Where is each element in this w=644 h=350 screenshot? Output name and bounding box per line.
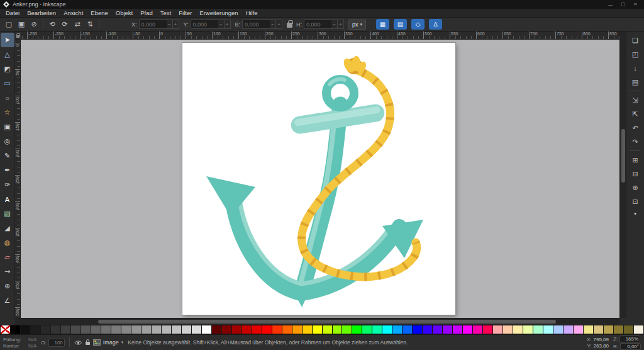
pen-tool[interactable]: ✒ — [1, 163, 14, 178]
palette-swatch[interactable] — [292, 325, 302, 334]
select-all-layers-button[interactable]: ▣ — [16, 19, 27, 30]
palette-swatch[interactable] — [382, 325, 392, 334]
palette-swatch[interactable] — [212, 325, 221, 334]
width-field-increment[interactable]: + — [276, 20, 282, 29]
palette-swatch[interactable] — [443, 325, 452, 334]
palette-swatch[interactable] — [252, 325, 262, 334]
palette-swatch[interactable] — [31, 325, 40, 334]
x-field-input[interactable]: 0,000 — [139, 20, 167, 29]
palette-swatch[interactable] — [41, 325, 50, 334]
palette-swatch[interactable] — [71, 325, 80, 334]
dropper-tool[interactable]: ◢ — [1, 221, 14, 235]
measure-tool[interactable]: ∠ — [1, 293, 14, 308]
palette-swatch[interactable] — [352, 325, 362, 334]
layer-visibility-icon[interactable] — [74, 337, 82, 348]
zoom-page-button[interactable]: ⊕ — [628, 181, 642, 194]
calligraphy-tool[interactable]: ✑ — [1, 178, 14, 192]
vertical-scrollbar[interactable] — [619, 31, 626, 318]
palette-swatch[interactable] — [503, 325, 513, 334]
paste-button[interactable]: ⊟ — [628, 167, 642, 180]
menu-text[interactable]: Text — [157, 9, 175, 17]
palette-swatch[interactable] — [553, 325, 563, 334]
document-open-button[interactable]: ◰ — [628, 48, 642, 60]
palette-swatch[interactable] — [313, 325, 322, 334]
palette-swatch[interactable] — [282, 325, 292, 334]
palette-swatch[interactable] — [574, 325, 583, 334]
palette-swatch[interactable] — [242, 325, 252, 334]
palette-swatch[interactable] — [111, 325, 121, 334]
width-field-input[interactable]: 0,000 — [242, 20, 270, 29]
vertical-ruler[interactable]: 050100150200250300350400450500 — [15, 40, 21, 318]
rotation-input[interactable]: 0,00° — [620, 343, 641, 350]
export-button[interactable]: ⇱ — [628, 108, 642, 120]
palette-swatch[interactable] — [121, 325, 131, 334]
layer-name[interactable]: Image — [103, 339, 119, 346]
palette-swatch[interactable] — [402, 325, 412, 334]
text-tool[interactable]: A — [1, 192, 14, 206]
print-button[interactable]: ▤ — [628, 76, 642, 88]
commands-more-button[interactable]: ▾ — [628, 209, 642, 218]
horizontal-scrollbar-thumb[interactable] — [98, 320, 556, 324]
gradient-tool[interactable]: ▧ — [1, 206, 14, 221]
palette-swatch[interactable] — [142, 325, 151, 334]
menu-ansicht[interactable]: Ansicht — [60, 9, 87, 17]
undo-button[interactable]: ↶ — [628, 121, 642, 134]
select-all-button[interactable]: ▢ — [3, 19, 14, 30]
palette-swatch[interactable] — [342, 325, 352, 334]
zoom-input[interactable]: 165% — [619, 336, 640, 342]
y-field-increment[interactable]: + — [225, 20, 231, 29]
palette-swatch[interactable] — [614, 325, 623, 334]
unit-dropdown[interactable]: px ▾ — [348, 20, 366, 30]
palette-swatch[interactable] — [162, 325, 171, 334]
palette-swatch[interactable] — [91, 325, 101, 334]
layer-lock-icon[interactable] — [85, 337, 91, 348]
x-field-decrement[interactable]: − — [167, 20, 173, 29]
palette-swatch[interactable] — [584, 325, 593, 334]
palette-swatch[interactable] — [232, 325, 242, 334]
palette-swatch[interactable] — [483, 325, 492, 334]
deselect-button[interactable]: ⊘ — [28, 19, 40, 30]
palette-swatch[interactable] — [272, 325, 282, 334]
fill-value[interactable]: N/A — [28, 337, 36, 342]
spiral-tool[interactable]: ◎ — [1, 134, 14, 149]
height-field-input[interactable]: 0,000 — [304, 20, 331, 29]
palette-swatch[interactable] — [323, 325, 332, 334]
palette-swatch[interactable] — [172, 325, 181, 334]
document-properties-button[interactable]: ⊡ — [628, 195, 642, 208]
rotate-ccw-button[interactable]: ⟲ — [47, 19, 58, 30]
flip-vertical-button[interactable]: ⇅ — [84, 19, 96, 30]
palette-swatch-none[interactable] — [1, 325, 10, 334]
palette-swatch[interactable] — [11, 325, 20, 334]
lock-guides-toggle[interactable] — [15, 31, 21, 40]
palette-swatch[interactable] — [21, 325, 30, 334]
palette-swatch[interactable] — [372, 325, 382, 334]
snap-toggle-bounding-box[interactable]: ▦ — [376, 19, 389, 30]
minimize-button[interactable]: — — [605, 1, 616, 8]
eraser-tool[interactable]: ▱ — [1, 250, 14, 264]
paint-bucket-tool[interactable]: ◍ — [1, 235, 14, 250]
palette-swatch[interactable] — [362, 325, 372, 334]
palette-swatch[interactable] — [392, 325, 402, 334]
palette-swatch[interactable] — [634, 325, 643, 334]
snap-toggle-nodes[interactable]: ▤ — [394, 19, 407, 30]
palette-swatch[interactable] — [413, 325, 422, 334]
palette-swatch[interactable] — [81, 325, 91, 334]
vertical-scrollbar-thumb[interactable] — [621, 129, 625, 183]
palette-swatch[interactable] — [423, 325, 432, 334]
palette-swatch[interactable] — [564, 325, 573, 334]
rectangle-tool[interactable]: ▭ — [1, 76, 14, 91]
flip-horizontal-button[interactable]: ⇄ — [72, 19, 83, 30]
x-field-increment[interactable]: + — [173, 20, 179, 29]
star-tool[interactable]: ☆ — [1, 105, 14, 120]
palette-swatch[interactable] — [303, 325, 312, 334]
y-field-input[interactable]: 0,000 — [191, 20, 218, 29]
pencil-tool[interactable]: ✎ — [1, 149, 14, 163]
palette-swatch[interactable] — [453, 325, 462, 334]
palette-swatch[interactable] — [202, 325, 211, 334]
selector-tool[interactable]: ➤ — [1, 33, 14, 47]
palette-swatch[interactable] — [222, 325, 231, 334]
menu-pfad[interactable]: Pfad — [136, 9, 157, 17]
title-bar[interactable]: Anker.png - Inkscape —▢✕ — [0, 0, 644, 9]
stroke-value[interactable]: N/A — [28, 343, 36, 349]
redo-button[interactable]: ↷ — [628, 135, 642, 148]
